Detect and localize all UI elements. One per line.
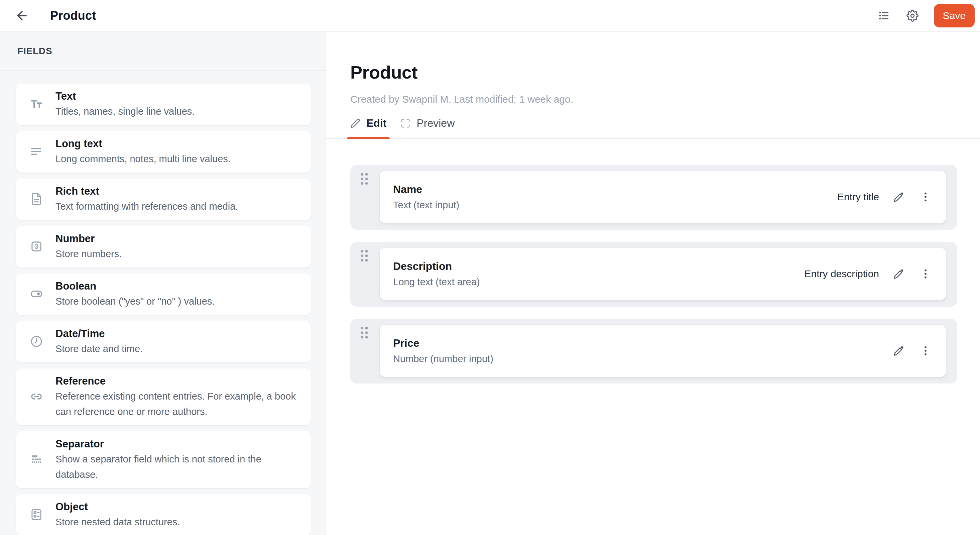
fields-sidebar: FIELDS Text Titles, names, single line v… [0,32,326,535]
separator-icon [29,452,43,467]
arrow-left-icon [15,9,29,23]
field-type-card-long-text[interactable]: Long text Long comments, notes, multi li… [16,131,311,172]
field-rows: Name Text (text input) Entry title [350,165,957,384]
field-title: Name [393,183,459,196]
boolean-icon [29,287,43,301]
field-type-title: Date/Time [56,326,143,341]
object-icon [29,508,43,522]
main-panel: Product Created by Swapnil M. Last modif… [326,32,980,535]
field-subtitle: Text (text input) [393,200,459,211]
field-type-title: Object [56,500,180,514]
field-type-title: Reference [56,374,301,389]
fields-sidebar-header: FIELDS [0,32,326,71]
field-type-card-reference[interactable]: Reference Reference existing content ent… [16,368,311,425]
field-type-description: Reference existing content entries. For … [56,389,301,419]
fields-sidebar-title: FIELDS [18,46,52,57]
topbar: Product Save [0,0,980,32]
topbar-title: Product [50,9,96,23]
field-type-card-separator[interactable]: Separator Show a separator field which i… [16,432,311,488]
page-title: Product [350,62,980,83]
field-type-title: Long text [56,137,231,151]
kebab-menu-icon[interactable] [920,268,931,280]
field-type-card-text[interactable]: Text Titles, names, single line values. [16,84,311,125]
kebab-menu-icon[interactable] [920,345,931,357]
page-meta: Created by Swapnil M. Last modified: 1 w… [350,94,980,105]
svg-text:3: 3 [34,243,38,250]
tabbar: Edit Preview [326,113,980,139]
field-type-title: Text [56,89,194,103]
drag-handle-icon[interactable] [360,249,369,263]
field-type-card-number[interactable]: 3 Number Store numbers. [16,226,311,268]
save-button[interactable]: Save [934,4,975,27]
field-type-description: Text formatting with references and medi… [56,199,238,214]
pencil-icon[interactable] [893,345,904,357]
number-icon: 3 [29,239,43,253]
field-type-title: Separator [56,437,301,451]
pencil-icon[interactable] [893,191,904,203]
field-type-description: Store nested data structures. [56,514,180,530]
field-type-card-object[interactable]: Object Store nested data structures. [16,494,311,535]
tab-label: Edit [366,117,387,129]
pencil-icon[interactable] [893,268,904,280]
rich-text-icon [29,192,43,206]
field-subtitle: Long text (text area) [393,277,480,288]
reference-icon [29,390,43,404]
field-row-description: Description Long text (text area) Entry … [350,242,957,307]
field-card: Description Long text (text area) Entry … [380,248,946,300]
field-type-description: Store numbers. [56,246,122,261]
content-type-editor: Product Save FIELDS Text Titles, names, … [0,0,980,535]
field-type-description: Show a separator field which is not stor… [56,451,301,482]
field-type-title: Boolean [56,279,215,294]
field-row-price: Price Number (number input) [350,318,957,384]
field-type-description: Titles, names, single line values. [56,103,194,119]
field-subtitle: Number (number input) [393,353,493,365]
field-title: Description [393,260,480,272]
field-card: Name Text (text input) Entry title [380,171,946,223]
datetime-icon [29,334,43,349]
tab-label: Preview [417,117,455,129]
tab-preview[interactable]: Preview [401,113,455,138]
field-type-description: Store date and time. [56,341,143,357]
long-text-icon [29,145,43,159]
field-card: Price Number (number input) [380,325,946,377]
field-type-card-date-time[interactable]: Date/Time Store date and time. [16,321,311,363]
field-type-card-boolean[interactable]: Boolean Store boolean ("yes" or "no" ) v… [16,274,311,315]
field-row-name: Name Text (text input) Entry title [350,165,957,230]
text-icon [29,97,43,111]
field-type-title: Number [56,231,122,246]
kebab-menu-icon[interactable] [920,191,931,203]
gear-icon[interactable] [902,6,923,26]
pencil-icon [350,118,360,128]
field-title: Price [393,337,493,349]
field-type-description: Store boolean ("yes" or "no" ) values. [56,294,215,309]
drag-handle-icon[interactable] [360,172,369,186]
tab-edit[interactable]: Edit [350,113,387,138]
list-icon[interactable] [874,6,894,26]
field-type-card-rich-text[interactable]: Rich text Text formatting with reference… [16,178,311,220]
field-type-title: Rich text [56,184,238,199]
field-badge: Entry title [837,191,879,203]
field-badge: Entry description [805,268,879,280]
back-button[interactable] [12,6,32,26]
field-type-list: Text Titles, names, single line values. … [0,71,326,535]
drag-handle-icon[interactable] [360,326,369,339]
field-type-description: Long comments, notes, multi line values. [56,151,231,167]
expand-icon [401,118,410,128]
